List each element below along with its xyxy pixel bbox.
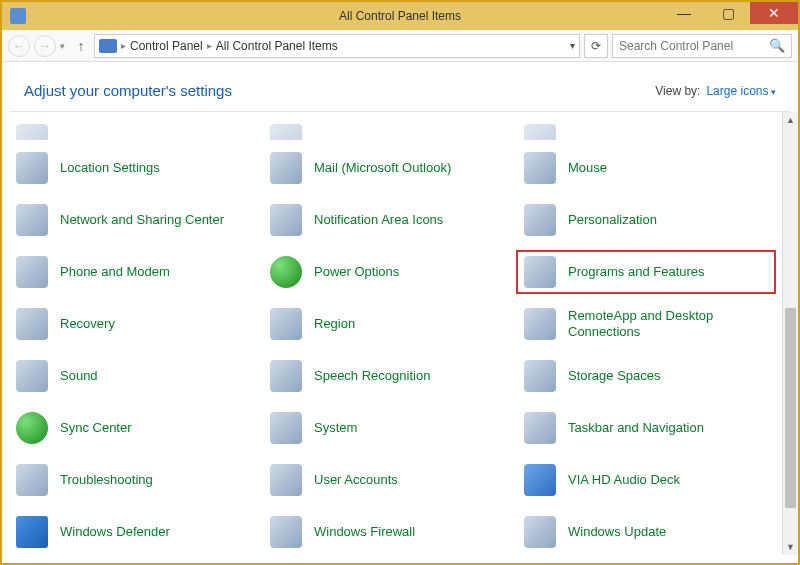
chevron-right-icon: ▸ [121, 40, 126, 51]
item-via-hd-audio-deck[interactable]: VIA HD Audio Deck [522, 462, 770, 498]
item-icon [16, 308, 48, 340]
search-icon: 🔍 [769, 38, 785, 53]
back-button[interactable]: ← [8, 35, 30, 57]
item-icon [270, 204, 302, 236]
item-network-sharing-center[interactable]: Network and Sharing Center [14, 202, 262, 238]
address-dropdown[interactable]: ▾ [570, 40, 575, 51]
item-icon [524, 516, 556, 548]
item-icon [524, 360, 556, 392]
item-taskbar-navigation[interactable]: Taskbar and Navigation [522, 410, 770, 446]
item-icon [524, 256, 556, 288]
vertical-scrollbar[interactable]: ▲ ▼ [782, 112, 798, 555]
item-personalization[interactable]: Personalization [522, 202, 770, 238]
item-label: Mail (Microsoft Outlook) [314, 160, 451, 176]
item-icon [270, 152, 302, 184]
minimize-button[interactable]: — [662, 2, 706, 24]
search-input[interactable] [619, 39, 769, 53]
item-label: Notification Area Icons [314, 212, 443, 228]
control-panel-icon [99, 39, 117, 53]
item-icon [16, 256, 48, 288]
item-label: Location Settings [60, 160, 160, 176]
item-icon [270, 464, 302, 496]
item-windows-firewall[interactable]: Windows Firewall [268, 514, 516, 550]
item-mail[interactable]: Mail (Microsoft Outlook) [268, 150, 516, 186]
partial-row-top [14, 122, 770, 140]
item-icon [524, 464, 556, 496]
titlebar: All Control Panel Items — ▢ ✕ [2, 2, 798, 30]
item-label: Windows Update [568, 524, 666, 540]
item-label: Phone and Modem [60, 264, 170, 280]
item-windows-defender[interactable]: Windows Defender [14, 514, 262, 550]
item-label: Network and Sharing Center [60, 212, 224, 228]
item-icon [270, 256, 302, 288]
breadcrumb-control-panel[interactable]: Control Panel [130, 39, 203, 53]
partial-item [268, 122, 516, 140]
item-label: Troubleshooting [60, 472, 153, 488]
items-grid: Location SettingsMail (Microsoft Outlook… [14, 150, 770, 555]
item-label: Sync Center [60, 420, 132, 436]
item-sound[interactable]: Sound [14, 358, 262, 394]
scroll-thumb[interactable] [785, 308, 796, 508]
item-location-settings[interactable]: Location Settings [14, 150, 262, 186]
view-by-dropdown[interactable]: Large icons [706, 84, 776, 98]
close-button[interactable]: ✕ [750, 2, 798, 24]
item-notification-area-icons[interactable]: Notification Area Icons [268, 202, 516, 238]
item-icon [16, 152, 48, 184]
item-label: Mouse [568, 160, 607, 176]
item-icon [16, 464, 48, 496]
item-region[interactable]: Region [268, 306, 516, 342]
refresh-button[interactable]: ⟳ [584, 34, 608, 58]
item-phone-and-modem[interactable]: Phone and Modem [14, 254, 262, 290]
page-header: Adjust your computer's settings View by:… [2, 62, 798, 111]
navbar: ← → ▾ ↑ ▸ Control Panel ▸ All Control Pa… [2, 30, 798, 62]
view-by-control: View by: Large icons [655, 84, 776, 98]
item-mouse[interactable]: Mouse [522, 150, 770, 186]
forward-button[interactable]: → [34, 35, 56, 57]
scroll-down-button[interactable]: ▼ [783, 539, 798, 555]
history-dropdown[interactable]: ▾ [60, 41, 68, 51]
item-speech-recognition[interactable]: Speech Recognition [268, 358, 516, 394]
up-button[interactable]: ↑ [72, 38, 90, 54]
item-icon [524, 152, 556, 184]
item-icon [270, 124, 302, 140]
address-bar[interactable]: ▸ Control Panel ▸ All Control Panel Item… [94, 34, 580, 58]
item-programs-and-features[interactable]: Programs and Features [516, 250, 776, 294]
control-panel-window: All Control Panel Items — ▢ ✕ ← → ▾ ↑ ▸ … [0, 0, 800, 565]
chevron-right-icon: ▸ [207, 40, 212, 51]
scroll-track[interactable] [783, 128, 798, 539]
item-icon [524, 204, 556, 236]
breadcrumb-all-items[interactable]: All Control Panel Items [216, 39, 338, 53]
item-user-accounts[interactable]: User Accounts [268, 462, 516, 498]
item-icon [270, 412, 302, 444]
item-icon [524, 412, 556, 444]
partial-item [14, 122, 262, 140]
search-box[interactable]: 🔍 [612, 34, 792, 58]
item-label: System [314, 420, 357, 436]
item-label: Storage Spaces [568, 368, 661, 384]
item-icon [524, 124, 556, 140]
item-windows-update[interactable]: Windows Update [522, 514, 770, 550]
maximize-button[interactable]: ▢ [706, 2, 750, 24]
item-remoteapp-desktop-connections[interactable]: RemoteApp and Desktop Connections [522, 306, 770, 342]
item-label: Region [314, 316, 355, 332]
items-viewport: Location SettingsMail (Microsoft Outlook… [2, 112, 782, 555]
item-label: Windows Firewall [314, 524, 415, 540]
item-sync-center[interactable]: Sync Center [14, 410, 262, 446]
item-label: RemoteApp and Desktop Connections [568, 308, 768, 339]
item-troubleshooting[interactable]: Troubleshooting [14, 462, 262, 498]
item-storage-spaces[interactable]: Storage Spaces [522, 358, 770, 394]
content-area: Location SettingsMail (Microsoft Outlook… [2, 112, 798, 555]
item-icon [16, 124, 48, 140]
item-label: Programs and Features [568, 264, 705, 280]
item-label: Speech Recognition [314, 368, 430, 384]
item-label: Recovery [60, 316, 115, 332]
item-system[interactable]: System [268, 410, 516, 446]
item-label: Sound [60, 368, 98, 384]
item-icon [16, 204, 48, 236]
scroll-up-button[interactable]: ▲ [783, 112, 798, 128]
item-icon [270, 360, 302, 392]
item-icon [16, 516, 48, 548]
item-recovery[interactable]: Recovery [14, 306, 262, 342]
item-label: Power Options [314, 264, 399, 280]
item-power-options[interactable]: Power Options [268, 254, 516, 290]
